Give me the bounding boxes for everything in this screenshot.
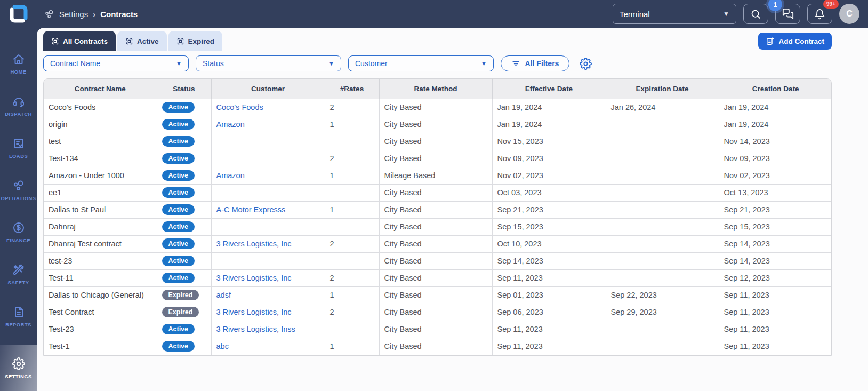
sidebar-item-reports[interactable]: REPORTS: [0, 299, 37, 334]
table-row[interactable]: test-23 Active City Based Sep 14, 2023 S…: [44, 252, 832, 269]
table-row[interactable]: Amazon - Under 1000 Active Amazon 1 Mile…: [44, 167, 832, 184]
table-row[interactable]: Test-23 Active 3 Rivers Logistics, Inss …: [44, 321, 832, 338]
breadcrumb-settings[interactable]: Settings: [59, 10, 88, 19]
customer-link[interactable]: Amazon: [216, 171, 245, 180]
status-cell: Active: [157, 252, 211, 269]
contract-name-cell: Test Contract: [44, 304, 157, 321]
table-settings-gear-icon[interactable]: [580, 58, 592, 70]
table-row[interactable]: Test-134 Active 2 City Based Nov 09, 202…: [44, 150, 832, 167]
customer-link[interactable]: 3 Rivers Logistics, Inc: [216, 308, 292, 316]
expiration-date-cell: Jan 26, 2024: [606, 99, 719, 116]
contract-name-cell: Test-23: [44, 321, 157, 338]
customer-link[interactable]: 3 Rivers Logistics, Inss: [216, 325, 295, 333]
creation-date-cell: Jan 19, 2024: [719, 116, 832, 133]
rates-cell: 2: [325, 99, 379, 116]
terminal-selector[interactable]: Terminal ▼: [613, 4, 736, 24]
all-filters-button[interactable]: All Filters: [501, 55, 569, 71]
bell-icon: [814, 9, 825, 20]
customer-link[interactable]: Coco's Foods: [216, 103, 263, 111]
add-contract-button[interactable]: Add Contract: [758, 33, 832, 50]
search-icon: [750, 9, 761, 20]
sidebar-item-label: REPORTS: [5, 322, 31, 328]
expiration-date-cell: [606, 321, 719, 338]
chat-icon: [782, 8, 794, 20]
status-cell: Active: [157, 167, 211, 184]
creation-date-cell: Nov 14, 2023: [719, 133, 832, 150]
rates-cell: [325, 184, 379, 201]
contracts-page: All Contracts Active Expired Add Contrac…: [37, 28, 868, 391]
table-row[interactable]: Dahnraj Active City Based Sep 15, 2023 S…: [44, 218, 832, 235]
table-row[interactable]: test Active City Based Nov 15, 2023 Nov …: [44, 133, 832, 150]
document-icon: [12, 306, 25, 318]
table-row[interactable]: Coco's Foods Active Coco's Foods 2 City …: [44, 99, 832, 116]
notifications-button[interactable]: 99+: [807, 4, 832, 24]
creation-date-cell: Jan 19, 2024: [719, 99, 832, 116]
search-button[interactable]: [743, 4, 768, 24]
app-logo[interactable]: [0, 4, 37, 23]
table-row[interactable]: Test Contract Expired 3 Rivers Logistics…: [44, 304, 832, 321]
effective-date-cell: Sep 11, 2023: [492, 338, 606, 355]
status-filter[interactable]: Status ▼: [196, 55, 341, 71]
sidebar-item-operations[interactable]: OPERATIONS: [0, 172, 37, 208]
rate-method-cell: City Based: [379, 252, 492, 269]
status-badge: Active: [162, 204, 195, 215]
effective-date-cell: Sep 14, 2023: [492, 252, 606, 269]
topbar-actions: Terminal ▼ 1 99+ C: [613, 4, 868, 24]
rate-method-cell: City Based: [379, 184, 492, 201]
sidebar-item-finance[interactable]: FINANCE: [0, 214, 37, 250]
status-cell: Active: [157, 184, 211, 201]
sidebar-item-home[interactable]: HOME: [0, 46, 37, 81]
table-row[interactable]: Dhanraj Test contract Active 3 Rivers Lo…: [44, 235, 832, 252]
chat-button[interactable]: 1: [775, 4, 800, 24]
settings-nodes-icon: [44, 9, 54, 19]
table-row[interactable]: ee1 Active City Based Oct 03, 2023 Oct 1…: [44, 184, 832, 201]
column-header-effective-date: Effective Date: [492, 79, 606, 99]
creation-date-cell: Sep 11, 2023: [719, 321, 832, 338]
rate-method-cell: Mileage Based: [379, 167, 492, 184]
customer-link[interactable]: A-C Motor Expresss: [216, 205, 286, 214]
rate-method-cell: City Based: [379, 235, 492, 252]
table-row[interactable]: origin Active Amazon 1 City Based Jan 19…: [44, 116, 832, 133]
creation-date-cell: Oct 13, 2023: [719, 184, 832, 201]
effective-date-cell: Nov 09, 2023: [492, 150, 606, 167]
table-row[interactable]: Dallas to St Paul Active A-C Motor Expre…: [44, 201, 832, 218]
sidebar-item-loads[interactable]: LOADS: [0, 130, 37, 165]
expiration-date-cell: [606, 133, 719, 150]
effective-date-cell: Sep 15, 2023: [492, 218, 606, 235]
tab-label: Active: [137, 37, 159, 45]
table-row[interactable]: Test-1 Active abc 1 City Based Sep 11, 2…: [44, 338, 832, 355]
sidebar-item-settings[interactable]: SETTINGS: [0, 345, 37, 391]
expiration-date-cell: [606, 338, 719, 355]
customer-link[interactable]: Amazon: [216, 120, 245, 129]
rate-method-cell: City Based: [379, 150, 492, 167]
customer-filter[interactable]: Customer ▼: [348, 55, 494, 71]
customer-link[interactable]: abc: [216, 342, 229, 350]
tab-expired[interactable]: Expired: [168, 31, 223, 51]
table-row[interactable]: Dallas to Chicago (General) Expired adsf…: [44, 286, 832, 304]
logo-icon: [9, 4, 28, 23]
tab-active[interactable]: Active: [117, 31, 167, 51]
tab-label: Expired: [188, 37, 215, 45]
user-avatar[interactable]: C: [839, 4, 859, 24]
sidebar-item-dispatch[interactable]: DISPATCH: [0, 88, 37, 123]
customer-link[interactable]: 3 Rivers Logistics, Inc: [216, 274, 292, 282]
status-cell: Expired: [157, 304, 211, 321]
sidebar-item-safety[interactable]: SAFETY: [0, 257, 37, 292]
contract-name-cell: Coco's Foods: [44, 99, 157, 116]
column-header-rates: #Rates: [325, 79, 379, 99]
tabs-row: All Contracts Active Expired Add Contrac…: [43, 31, 832, 51]
sidebar-item-label: SAFETY: [8, 280, 29, 285]
contract-name-filter[interactable]: Contract Name ▼: [43, 55, 189, 71]
status-cell: Active: [157, 116, 211, 133]
table-row[interactable]: Test-11 Active 3 Rivers Logistics, Inc 2…: [44, 269, 832, 286]
contract-icon: [125, 37, 133, 45]
status-badge: Expired: [162, 290, 199, 300]
status-cell: Active: [157, 201, 211, 218]
tab-all-contracts[interactable]: All Contracts: [43, 31, 116, 51]
customer-link[interactable]: adsf: [216, 291, 231, 299]
customer-link[interactable]: 3 Rivers Logistics, Inc: [216, 240, 292, 248]
status-cell: Active: [157, 133, 211, 150]
status-cell: Active: [157, 338, 211, 355]
breadcrumb: Settings › Contracts: [44, 9, 138, 19]
rates-cell: 2: [325, 235, 379, 252]
